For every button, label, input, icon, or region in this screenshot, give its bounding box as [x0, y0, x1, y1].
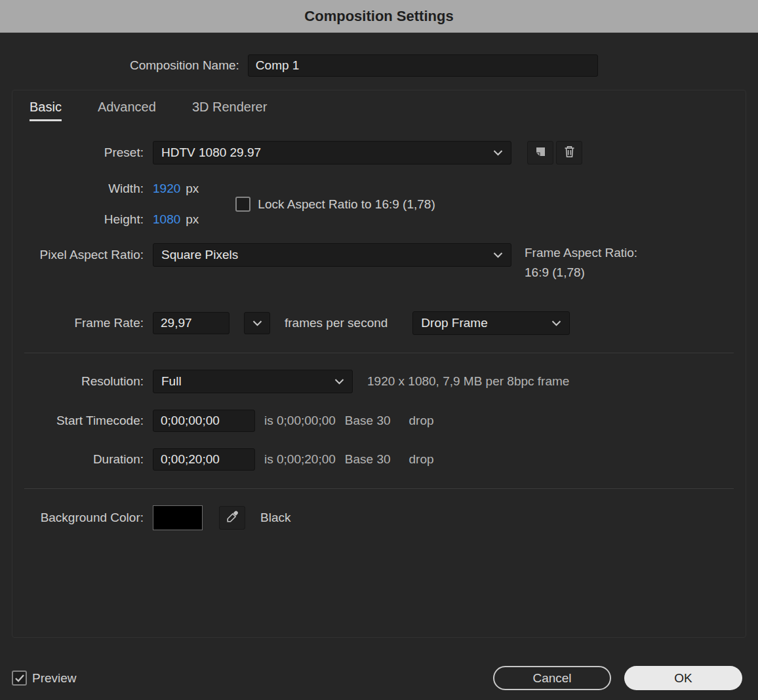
start-timecode-row: Start Timecode: is 0;00;00;00 Base 30 dr…: [12, 410, 746, 432]
background-color-label: Background Color:: [12, 511, 144, 525]
divider: [24, 353, 734, 353]
pixel-aspect-dropdown[interactable]: Square Pixels: [153, 243, 511, 267]
lock-aspect-wrap: Lock Aspect Ratio to 16:9 (1,78): [235, 197, 435, 212]
resolution-label: Resolution:: [12, 374, 144, 389]
width-value[interactable]: 1920: [153, 182, 180, 196]
composition-name-label: Composition Name:: [130, 58, 239, 73]
composition-settings-dialog: Composition Settings Composition Name: B…: [0, 0, 758, 700]
start-timecode-drop: drop: [409, 414, 434, 428]
frame-rate-label: Frame Rate:: [12, 316, 144, 330]
resolution-info: 1920 x 1080, 7,9 MB per 8bpc frame: [367, 374, 569, 389]
delete-preset-button[interactable]: [556, 141, 582, 165]
eyedropper-button[interactable]: [219, 506, 245, 530]
preset-dropdown[interactable]: HDTV 1080 29.97: [153, 141, 511, 165]
preview-wrap: Preview: [12, 671, 77, 686]
duration-input[interactable]: [153, 448, 255, 471]
background-color-row: Background Color: Black: [12, 505, 746, 530]
frame-aspect-label: Frame Aspect Ratio:: [525, 243, 637, 263]
pixel-aspect-label: Pixel Aspect Ratio:: [12, 243, 144, 267]
width-unit: px: [186, 182, 199, 196]
pixel-aspect-value: Square Pixels: [161, 248, 487, 262]
dimensions-column: Width: 1920 px Height: 1080 px: [12, 182, 199, 227]
drop-frame-dropdown[interactable]: Drop Frame: [412, 311, 570, 335]
duration-base: Base 30: [345, 452, 391, 467]
start-timecode-label: Start Timecode:: [12, 414, 144, 428]
frame-rate-row: Frame Rate: frames per second Drop Frame: [12, 311, 746, 335]
trash-icon: [564, 146, 575, 161]
chevron-down-icon: [334, 379, 344, 385]
start-timecode-base: Base 30: [345, 414, 391, 428]
pixel-aspect-row: Pixel Aspect Ratio: Square Pixels Frame …: [12, 243, 746, 282]
frame-rate-dropdown-button[interactable]: [244, 312, 270, 334]
chevron-down-icon: [493, 150, 503, 156]
preset-label: Preset:: [12, 146, 144, 160]
height-label: Height:: [12, 212, 144, 227]
eyedropper-icon: [226, 511, 239, 526]
drop-frame-value: Drop Frame: [421, 316, 545, 330]
width-row: Width: 1920 px: [12, 182, 199, 196]
composition-name-input[interactable]: [248, 54, 598, 77]
height-row: Height: 1080 px: [12, 212, 199, 227]
tab-basic[interactable]: Basic: [30, 100, 62, 121]
chevron-down-icon: [252, 317, 262, 329]
frame-rate-input[interactable]: [153, 312, 229, 334]
resolution-value: Full: [161, 374, 328, 389]
tab-bar: Basic Advanced 3D Renderer: [12, 100, 746, 121]
duration-drop: drop: [409, 452, 434, 467]
lock-aspect-checkbox[interactable]: [235, 197, 250, 212]
start-timecode-equivalent: is 0;00;00;00: [264, 414, 336, 428]
dialog-footer: Preview Cancel OK: [12, 666, 742, 690]
dialog-title: Composition Settings: [304, 8, 453, 25]
lock-aspect-label: Lock Aspect Ratio to 16:9 (1,78): [258, 197, 435, 212]
preset-row: Preset: HDTV 1080 29.97: [12, 141, 746, 165]
tab-3d-renderer[interactable]: 3D Renderer: [192, 100, 268, 121]
background-color-swatch[interactable]: [153, 505, 203, 530]
tab-advanced[interactable]: Advanced: [98, 100, 156, 121]
frame-rate-suffix: frames per second: [285, 316, 388, 330]
resolution-dropdown[interactable]: Full: [153, 370, 353, 393]
chevron-down-icon: [493, 252, 503, 258]
chevron-down-icon: [551, 321, 561, 326]
dimensions-row: Width: 1920 px Height: 1080 px Lock Aspe…: [12, 182, 746, 227]
duration-equivalent: is 0;00;20;00: [264, 452, 336, 467]
width-label: Width:: [12, 182, 144, 196]
cancel-button[interactable]: Cancel: [493, 666, 611, 690]
ok-button[interactable]: OK: [624, 666, 742, 690]
duration-label: Duration:: [12, 452, 144, 467]
composition-name-row: Composition Name:: [130, 54, 758, 77]
resolution-row: Resolution: Full 1920 x 1080, 7,9 MB per…: [12, 370, 746, 393]
preview-checkbox[interactable]: [12, 671, 27, 686]
height-unit: px: [186, 212, 199, 227]
preset-value: HDTV 1080 29.97: [161, 146, 487, 160]
save-preset-button[interactable]: [527, 141, 553, 165]
duration-row: Duration: is 0;00;20;00 Base 30 drop: [12, 448, 746, 471]
start-timecode-input[interactable]: [153, 410, 255, 432]
save-preset-icon: [535, 146, 546, 160]
frame-aspect-value: 16:9 (1,78): [525, 263, 637, 282]
settings-panel: Basic Advanced 3D Renderer Preset: HDTV …: [12, 90, 746, 638]
height-value[interactable]: 1080: [153, 212, 180, 227]
divider: [24, 488, 734, 489]
background-color-name: Black: [260, 511, 290, 525]
dialog-titlebar: Composition Settings: [0, 0, 758, 33]
frame-aspect-block: Frame Aspect Ratio: 16:9 (1,78): [525, 243, 637, 282]
preview-label: Preview: [32, 671, 77, 686]
